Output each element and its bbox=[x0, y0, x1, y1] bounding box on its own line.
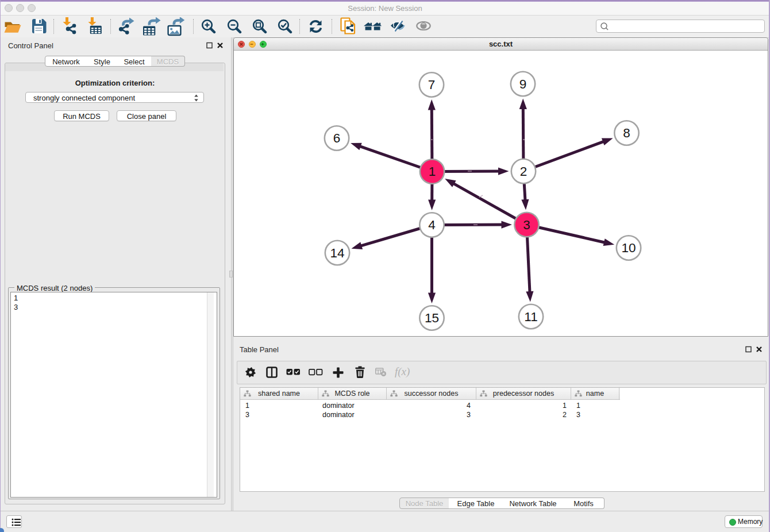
svg-text:15: 15 bbox=[425, 311, 439, 325]
svg-text:6: 6 bbox=[333, 131, 341, 145]
svg-text:2: 2 bbox=[520, 164, 528, 179]
svg-text:10: 10 bbox=[621, 241, 636, 255]
svg-text:11: 11 bbox=[524, 310, 537, 324]
svg-text:7: 7 bbox=[428, 78, 436, 92]
svg-text:3: 3 bbox=[523, 218, 530, 232]
svg-text:14: 14 bbox=[330, 246, 344, 260]
svg-text:4: 4 bbox=[428, 218, 436, 232]
svg-text:9: 9 bbox=[519, 77, 527, 91]
svg-text:8: 8 bbox=[623, 126, 630, 140]
svg-text:1: 1 bbox=[429, 164, 436, 179]
